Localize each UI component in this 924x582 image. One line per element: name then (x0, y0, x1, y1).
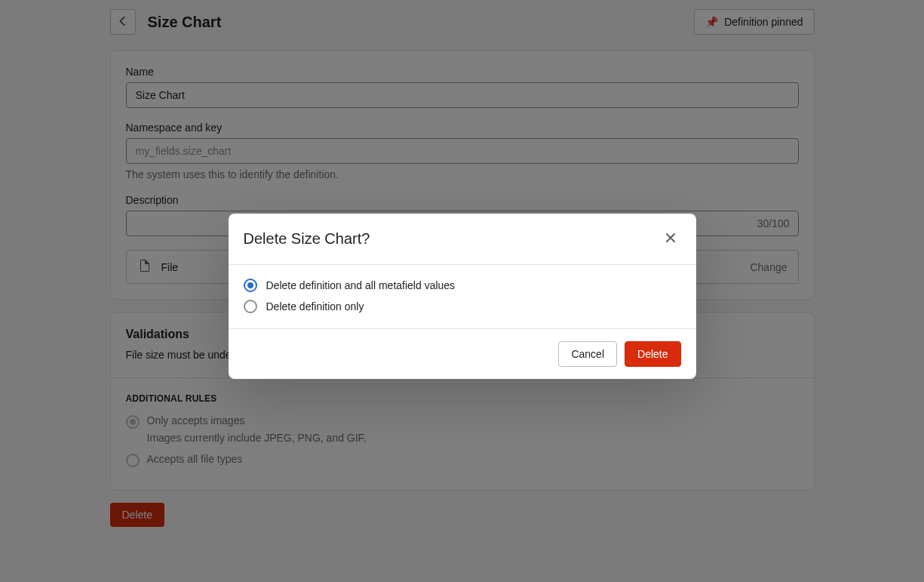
modal-option-delete-all[interactable]: Delete definition and all metafield valu… (244, 279, 681, 292)
modal-overlay[interactable]: Delete Size Chart? Delete definition and… (0, 0, 924, 582)
delete-modal: Delete Size Chart? Delete definition and… (229, 214, 696, 379)
radio-icon (244, 300, 257, 313)
modal-cancel-button[interactable]: Cancel (558, 341, 617, 367)
modal-option-label: Delete definition and all metafield valu… (266, 279, 456, 291)
modal-option-label: Delete definition only (266, 300, 364, 313)
close-icon (663, 230, 678, 248)
modal-delete-button[interactable]: Delete (625, 341, 680, 367)
modal-title: Delete Size Chart? (244, 230, 370, 248)
modal-option-delete-only[interactable]: Delete definition only (244, 300, 681, 313)
radio-selected-icon (244, 279, 257, 292)
modal-close-button[interactable] (660, 227, 681, 251)
